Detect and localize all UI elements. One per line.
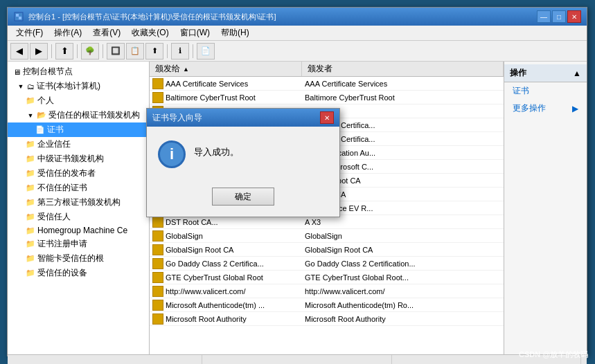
forward-button[interactable]: ▶: [30, 43, 48, 60]
menu-view[interactable]: 查看(V): [87, 26, 126, 40]
smartcard-icon: 📁: [26, 254, 35, 263]
thirdparty-icon: 📁: [26, 198, 35, 207]
menu-action[interactable]: 操作(A): [48, 26, 87, 40]
cert-icon: [152, 217, 163, 228]
status-middle: [202, 355, 391, 364]
tree-untrusted-label: 不信任的证书: [37, 182, 87, 194]
tree-smartcard-label: 智能卡受信任的根: [37, 253, 104, 264]
toolbar-btn-5[interactable]: 📋: [126, 43, 144, 60]
left-panel: 🖥 控制台根节点 ▼ 🗂 证书(本地计算机) 📁 个人 ▼ 📂 受信任的根证书颁…: [8, 62, 150, 354]
tree-devices-label: 受信任的设备: [37, 267, 87, 279]
dialog-footer: 确定: [147, 182, 339, 217]
table-row[interactable]: GlobalSign GlobalSign: [150, 229, 504, 243]
window-controls: — □ ✕: [537, 10, 581, 23]
table-row[interactable]: GlobalSign Root CA GlobalSign Root CA: [150, 243, 504, 257]
menu-window[interactable]: 窗口(W): [175, 26, 215, 40]
tree-trusted-devices[interactable]: 📁 受信任的设备: [8, 266, 149, 280]
menu-favorites[interactable]: 收藏夹(O): [126, 26, 174, 40]
toolbar-separator-1: [51, 44, 52, 58]
dialog-close-button[interactable]: ✕: [320, 111, 334, 124]
table-row[interactable]: GTE CyberTrust Global Root GTE CyberTrus…: [150, 271, 504, 284]
trusted-people-icon: 📁: [26, 212, 35, 221]
table-row[interactable]: Microsoft Root Authority Microsoft Root …: [150, 312, 504, 326]
tree-thirdparty-label: 第三方根证书颁发机构: [37, 197, 121, 208]
cert-icon: [152, 272, 163, 283]
toolbar-btn-7[interactable]: ℹ: [171, 43, 189, 60]
show-hide-tree-button[interactable]: 🌳: [81, 43, 99, 60]
expand-trusted-root[interactable]: ▼: [26, 111, 35, 120]
tree-cert-local-label: 证书(本地计算机): [37, 80, 100, 92]
cert-icon: [152, 300, 163, 311]
window-title: 控制台1 - [控制台根节点\证书(本地计算机)\受信任的根证书颁发机构\证书]: [28, 12, 537, 22]
table-row[interactable]: Baltimore CyberTrust Root Baltimore Cybe…: [150, 91, 504, 104]
expand-cert-local[interactable]: ▼: [16, 82, 26, 91]
minimize-button[interactable]: —: [537, 10, 551, 23]
dialog-info-icon: i: [158, 140, 186, 168]
table-row[interactable]: http://www.valicert.com/ http://www.vali…: [150, 284, 504, 298]
table-row[interactable]: Microsoft Authenticode(tm) ... Microsoft…: [150, 298, 504, 312]
tree-enterprise-label: 企业信任: [37, 138, 71, 150]
window-icon: [13, 11, 24, 22]
cert-icon: [152, 313, 163, 325]
tree-root[interactable]: 🖥 控制台根节点: [8, 64, 149, 79]
cert-header: 颁发给 ▲ 颁发者: [150, 62, 504, 77]
dialog-title: 证书导入向导: [152, 112, 320, 124]
enterprise-icon: 📁: [26, 140, 35, 149]
tree-root-label: 控制台根节点: [23, 66, 73, 78]
tree-trusted-publishers[interactable]: 📁 受信任的发布者: [8, 166, 149, 181]
dialog-ok-button[interactable]: 确定: [212, 188, 274, 206]
toolbar-separator-4: [167, 44, 168, 58]
tree-homegroup-label: Homegroup Machine Ce: [37, 226, 127, 235]
tree-enrollment[interactable]: 📁 证书注册申请: [8, 237, 149, 251]
tree-smartcard[interactable]: 📁 智能卡受信任的根: [8, 251, 149, 266]
svg-rect-1: [16, 14, 19, 17]
menu-help[interactable]: 帮助(H): [215, 26, 255, 40]
collapse-icon[interactable]: ▲: [573, 69, 581, 78]
main-window: 控制台1 - [控制台根节点\证书(本地计算机)\受信任的根证书颁发机构\证书]…: [7, 7, 587, 356]
tree-intermediate-label: 中级证书颁发机构: [37, 153, 104, 165]
close-button[interactable]: ✕: [567, 10, 581, 23]
more-actions-item[interactable]: 更多操作 ▶: [504, 100, 587, 117]
tree-certs[interactable]: 📄 证书: [8, 122, 149, 137]
toolbar-btn-4[interactable]: 🔲: [107, 43, 125, 60]
col-issued-by[interactable]: 颁发者: [302, 62, 504, 76]
tree-enterprise-trust[interactable]: 📁 企业信任: [8, 137, 149, 152]
table-row[interactable]: AAA Certificate Services AAA Certificate…: [150, 77, 504, 91]
status-left: [13, 355, 202, 364]
tree-publishers-label: 受信任的发布者: [37, 167, 96, 179]
personal-icon: 📁: [26, 96, 35, 105]
tree-third-party[interactable]: 📁 第三方根证书颁发机构: [8, 195, 149, 210]
up-button[interactable]: ⬆: [55, 43, 73, 60]
cert-icon: [152, 244, 163, 255]
title-bar: 控制台1 - [控制台根节点\证书(本地计算机)\受信任的根证书颁发机构\证书]…: [8, 8, 587, 26]
table-row[interactable]: Go Daddy Class 2 Certifica... Go Daddy C…: [150, 257, 504, 271]
tree-trusted-root[interactable]: ▼ 📂 受信任的根证书颁发机构: [8, 108, 149, 122]
cert-local-icon: 🗂: [27, 82, 35, 91]
tree-untrusted[interactable]: 📁 不信任的证书: [8, 181, 149, 195]
more-actions-arrow: ▶: [572, 104, 578, 113]
actions-title: 操作: [510, 67, 526, 79]
menu-bar: 文件(F) 操作(A) 查看(V) 收藏夹(O) 窗口(W) 帮助(H): [8, 26, 587, 41]
cert-icon: [152, 258, 163, 269]
certs-icon: 📄: [35, 125, 45, 134]
root-icon: 🖥: [13, 68, 21, 76]
tree-homegroup[interactable]: 📁 Homegroup Machine Ce: [8, 224, 149, 237]
tree-intermediate[interactable]: 📁 中级证书颁发机构: [8, 152, 149, 166]
toolbar-btn-8[interactable]: 📄: [197, 43, 215, 60]
toolbar-btn-6[interactable]: ⬆: [145, 43, 163, 60]
trusted-root-icon: 📂: [37, 111, 46, 120]
intermediate-icon: 📁: [26, 154, 35, 163]
menu-file[interactable]: 文件(F): [10, 26, 48, 40]
cert-icon: [152, 286, 163, 297]
toolbar: ◀ ▶ ⬆ 🌳 🔲 📋 ⬆ ℹ 📄: [8, 41, 587, 62]
tree-trusted-people[interactable]: 📁 受信任人: [8, 210, 149, 224]
tree-enrollment-label: 证书注册申请: [37, 238, 87, 250]
actions-section-label: 证书: [504, 82, 587, 100]
col-issued-to[interactable]: 颁发给 ▲: [150, 62, 302, 76]
tree-personal[interactable]: 📁 个人: [8, 93, 149, 108]
cert-icon: [152, 78, 163, 89]
tree-cert-local[interactable]: ▼ 🗂 证书(本地计算机): [8, 79, 149, 93]
back-button[interactable]: ◀: [10, 43, 28, 60]
maximize-button[interactable]: □: [552, 10, 566, 23]
table-row[interactable]: DST Root CA... A X3: [150, 215, 504, 229]
